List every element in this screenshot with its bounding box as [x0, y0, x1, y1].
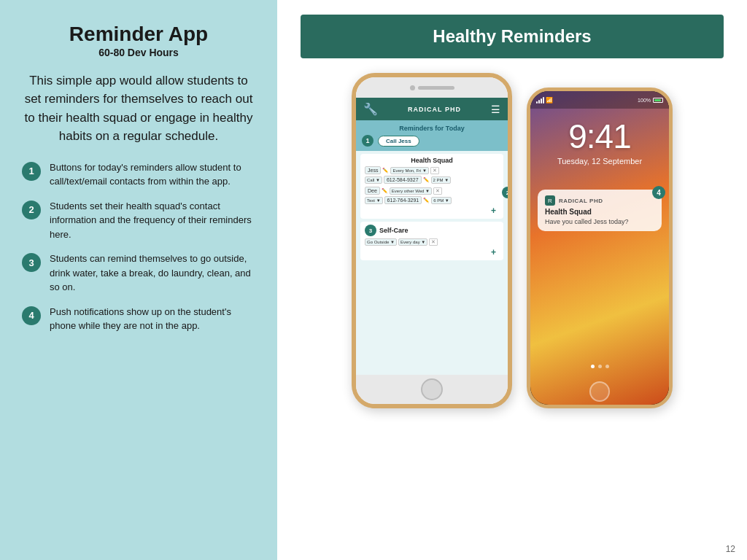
self-care-item[interactable]: Go Outside ▼ [365, 238, 397, 246]
bar3 [541, 98, 542, 104]
feature-text-4: Push notifications show up on the studen… [50, 305, 255, 333]
phone1-screen: 🔧 RADICAL PHD ☰ Reminders for Today 1 Ca… [356, 98, 508, 375]
page-number: 12 [726, 544, 735, 554]
lock-time: 9:41 [530, 117, 669, 156]
battery-icon [653, 98, 663, 103]
phone-jess: 612-584-9327 [384, 176, 422, 184]
phone2-status-bar: 📶 100% [530, 91, 669, 109]
right-panel: Healthy Reminders 🔧 RADICAL PHD ☰ Remind… [277, 0, 747, 560]
phone1-app-header: 🔧 RADICAL PHD ☰ [356, 98, 508, 120]
notif-header: R RADICAL PHD [545, 195, 654, 206]
badge-4: 4 [652, 186, 665, 199]
phone1-home-btn[interactable] [421, 378, 443, 400]
health-squad-title: Health Squad [365, 157, 499, 164]
jess-schedule[interactable]: Every Mon, Fri ▼ [390, 167, 429, 174]
feature-text-2: Students set their health squad's contac… [50, 199, 255, 242]
contact-row-dee: 2 Dee ✏️ Every other Wed ▼ ✕ [365, 187, 499, 195]
self-care-section: 3 Self-Care Go Outside ▼ Every day ▼ ✕ + [360, 222, 503, 260]
edit-icon-jess[interactable]: ✏️ [382, 168, 389, 174]
badge-2: 2 [502, 187, 508, 198]
phone1-top-bar [356, 77, 508, 98]
feature-item-3: 3 Students can remind themselves to go o… [22, 252, 255, 295]
call-jess-button[interactable]: Call Jess [378, 136, 419, 147]
phone2-home-btn[interactable] [589, 381, 610, 402]
feature-item-1: 1 Buttons for today's reminders allow st… [22, 160, 255, 189]
app-description: This simple app would allow students to … [22, 71, 255, 146]
bar2 [538, 100, 540, 104]
remove-jess[interactable]: ✕ [430, 167, 439, 174]
add-contact-btn[interactable]: + [365, 206, 499, 216]
remove-dee[interactable]: ✕ [433, 187, 442, 195]
method-call[interactable]: Call ▼ [365, 176, 382, 184]
edit-icon-text[interactable]: ✏️ [423, 198, 430, 203]
self-care-title-row: 3 Self-Care [365, 225, 499, 236]
edit-icon-call[interactable]: ✏️ [423, 177, 430, 183]
phone1-camera [410, 85, 415, 90]
feature-item-4: 4 Push notifications show up on the stud… [22, 305, 255, 333]
self-care-row: Go Outside ▼ Every day ▼ ✕ [365, 238, 499, 246]
notif-app-name: RADICAL PHD [559, 198, 654, 204]
status-right: 100% [638, 98, 663, 103]
feature-badge-3: 3 [22, 253, 41, 272]
notif-title: Health Squad [545, 208, 654, 216]
phone-dee: 612-764-3291 [384, 196, 422, 204]
self-care-schedule[interactable]: Every day ▼ [398, 238, 427, 246]
battery-fill [654, 99, 661, 101]
dot-1 [591, 365, 595, 368]
today-btn-row: 1 Call Jess [362, 135, 502, 147]
badge-1: 1 [362, 135, 374, 147]
feature-list: 1 Buttons for today's reminders allow st… [22, 160, 255, 333]
feature-item-2: 2 Students set their health squad's cont… [22, 199, 255, 242]
app-subtitle: 60-80 Dev Hours [22, 47, 255, 58]
feature-badge-1: 1 [22, 162, 41, 181]
bar4 [543, 97, 544, 104]
add-self-care-btn[interactable]: + [365, 247, 499, 257]
notification-card: 4 R RADICAL PHD Health Squad Have you ca… [538, 190, 662, 231]
left-panel: Reminder App 60-80 Dev Hours This simple… [0, 0, 277, 560]
dot-3 [605, 365, 609, 368]
self-care-title: Self-Care [379, 227, 409, 234]
time-dee[interactable]: 6 PM ▼ [431, 197, 452, 204]
status-left: 📶 [536, 97, 553, 104]
logo-text: RADICAL PHD [408, 106, 461, 113]
app-title: Reminder App [22, 22, 255, 47]
phone1-bottom [356, 375, 508, 404]
time-jess[interactable]: 2 PM ▼ [431, 176, 452, 184]
edit-icon-dee[interactable]: ✏️ [382, 188, 388, 194]
jess-name: Jess [365, 166, 381, 174]
phone2-frame: 📶 100% 9:41 Tuesday, 12 September 4 R RA… [527, 88, 673, 408]
health-squad-section: Health Squad Jess ✏️ Every Mon, Fri ▼ ✕ … [360, 154, 503, 219]
header-banner: Healthy Reminders [301, 15, 724, 58]
phones-container: 🔧 RADICAL PHD ☰ Reminders for Today 1 Ca… [352, 73, 673, 408]
notif-app-icon: R [545, 195, 555, 206]
phone1-frame: 🔧 RADICAL PHD ☰ Reminders for Today 1 Ca… [352, 73, 512, 408]
feature-badge-2: 2 [22, 201, 41, 219]
contact-row-jess: Jess ✏️ Every Mon, Fri ▼ ✕ [365, 166, 499, 174]
contact-row-text: Text ▼ 612-764-3291 ✏️ 6 PM ▼ [365, 196, 499, 204]
dee-name: Dee [365, 187, 380, 195]
bar1 [536, 101, 538, 104]
hamburger-icon[interactable]: ☰ [491, 104, 500, 115]
dee-schedule[interactable]: Every other Wed ▼ [390, 187, 432, 195]
phone1-speaker [418, 86, 454, 90]
feature-text-3: Students can remind themselves to go out… [50, 252, 255, 295]
notif-body: Have you called Jess today? [545, 218, 654, 225]
logo-icon: 🔧 [363, 102, 378, 116]
dot-2 [598, 365, 602, 368]
badge-3: 3 [365, 225, 376, 236]
contact-row-call: Call ▼ 612-584-9327 ✏️ 2 PM ▼ [365, 176, 499, 184]
wifi-icon: 📶 [546, 97, 553, 104]
phone2-bottom [530, 378, 669, 405]
feature-badge-4: 4 [22, 306, 41, 325]
battery-pct: 100% [638, 98, 651, 103]
feature-text-1: Buttons for today's reminders allow stud… [50, 160, 255, 189]
signal-bars [536, 97, 544, 104]
reminders-title: Reminders for Today [362, 125, 502, 132]
lock-date: Tuesday, 12 September [530, 157, 669, 166]
reminders-section: Reminders for Today 1 Call Jess [356, 120, 508, 151]
lock-dots [530, 365, 669, 368]
remove-self-care[interactable]: ✕ [429, 238, 438, 246]
method-text[interactable]: Text ▼ [365, 197, 383, 204]
